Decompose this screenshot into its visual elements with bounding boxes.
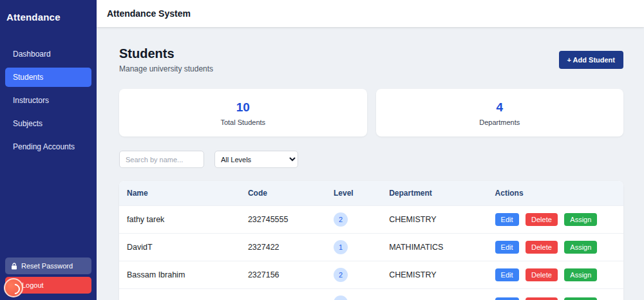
search-input[interactable] bbox=[119, 151, 204, 168]
filter-bar: All Levels bbox=[119, 151, 623, 168]
sidebar-item-instructors[interactable]: Instructors bbox=[5, 91, 91, 110]
assign-button[interactable]: Assign bbox=[564, 213, 597, 226]
level-badge bbox=[334, 295, 348, 300]
page-header: Students Manage university students + Ad… bbox=[119, 46, 623, 73]
topbar-title: Attendance System bbox=[107, 8, 191, 19]
page-title: Students bbox=[119, 46, 213, 61]
cell-code: 2327075 bbox=[240, 289, 326, 300]
cell-department: CHEMISTRY bbox=[381, 206, 487, 234]
reset-password-button[interactable]: Reset Password bbox=[5, 258, 91, 274]
delete-button[interactable]: Delete bbox=[526, 241, 558, 254]
page-header-text: Students Manage university students bbox=[119, 46, 213, 73]
table-row: fathy tarek 232745555 2 CHEMISTRY Edit D… bbox=[119, 206, 623, 234]
edit-button[interactable]: Edit bbox=[495, 268, 519, 281]
logout-label: Logout bbox=[22, 281, 44, 289]
cell-name: Bassam Ibrahim bbox=[119, 261, 240, 289]
table-row: DavidT 2327422 1 MATHIMATICS Edit Delete… bbox=[119, 234, 623, 261]
sidebar-item-subjects[interactable]: Subjects bbox=[5, 114, 91, 133]
level-badge: 2 bbox=[334, 268, 348, 282]
sidebar-item-pending-accounts[interactable]: Pending Accounts bbox=[5, 137, 91, 156]
table-header-row: Name Code Level Department Actions bbox=[119, 181, 623, 206]
stat-cards: 10 Total Students 4 Departments bbox=[119, 89, 623, 136]
total-students-label: Total Students bbox=[126, 118, 361, 126]
delete-button[interactable]: Delete bbox=[526, 213, 558, 226]
cell-department: CS bbox=[381, 289, 487, 300]
sidebar-item-students[interactable]: Students bbox=[5, 68, 91, 87]
stat-card-total-students: 10 Total Students bbox=[119, 89, 367, 136]
header-name: Name bbox=[119, 181, 240, 206]
cell-code: 232745555 bbox=[240, 206, 326, 234]
delete-button[interactable]: Delete bbox=[526, 297, 558, 300]
students-table-card: Name Code Level Department Actions fathy… bbox=[119, 181, 623, 300]
page-subtitle: Manage university students bbox=[119, 64, 213, 73]
cell-department: MATHIMATICS bbox=[381, 234, 487, 261]
level-badge: 1 bbox=[334, 240, 348, 254]
total-students-value: 10 bbox=[126, 100, 361, 115]
cell-code: 2327422 bbox=[240, 234, 326, 261]
students-table: Name Code Level Department Actions fathy… bbox=[119, 181, 623, 300]
header-actions: Actions bbox=[488, 181, 623, 206]
delete-button[interactable]: Delete bbox=[526, 268, 558, 281]
cell-name: Bassam bbox=[119, 289, 240, 300]
header-department: Department bbox=[381, 181, 487, 206]
feedback-widget-button[interactable] bbox=[4, 278, 23, 297]
reset-password-label: Reset Password bbox=[21, 262, 73, 270]
main-area: Attendance System Students Manage univer… bbox=[97, 0, 644, 300]
sidebar-item-dashboard[interactable]: Dashboard bbox=[5, 44, 91, 64]
assign-button[interactable]: Assign bbox=[564, 241, 597, 254]
content: Students Manage university students + Ad… bbox=[97, 27, 644, 300]
add-student-button[interactable]: + Add Student bbox=[559, 51, 623, 69]
assign-button[interactable]: Assign bbox=[564, 268, 597, 281]
cell-code: 2327156 bbox=[240, 261, 326, 289]
cell-department: CHEMISTRY bbox=[381, 261, 487, 289]
table-row: Bassam 2327075 CS Edit Delete Assign bbox=[119, 289, 623, 300]
app-title: Attendance bbox=[0, 0, 97, 29]
departments-value: 4 bbox=[383, 100, 618, 115]
header-code: Code bbox=[240, 181, 326, 206]
header-level: Level bbox=[326, 181, 381, 206]
stat-card-departments: 4 Departments bbox=[376, 89, 624, 136]
assign-button[interactable]: Assign bbox=[564, 297, 597, 300]
app-root: Attendance DashboardStudentsInstructorsS… bbox=[0, 0, 644, 300]
sidebar: Attendance DashboardStudentsInstructorsS… bbox=[0, 0, 97, 300]
table-row: Bassam Ibrahim 2327156 2 CHEMISTRY Edit … bbox=[119, 261, 623, 289]
sidebar-nav: DashboardStudentsInstructorsSubjectsPend… bbox=[0, 44, 97, 156]
level-badge: 2 bbox=[334, 212, 348, 227]
edit-button[interactable]: Edit bbox=[495, 241, 519, 254]
topbar: Attendance System bbox=[97, 0, 644, 27]
student-table-body: fathy tarek 232745555 2 CHEMISTRY Edit D… bbox=[119, 206, 623, 300]
cell-name: fathy tarek bbox=[119, 206, 240, 234]
edit-button[interactable]: Edit bbox=[495, 213, 519, 226]
cell-name: DavidT bbox=[119, 234, 240, 261]
lock-icon bbox=[11, 263, 17, 270]
level-select[interactable]: All Levels bbox=[214, 151, 298, 168]
edit-button[interactable]: Edit bbox=[495, 297, 519, 300]
departments-label: Departments bbox=[383, 118, 618, 126]
